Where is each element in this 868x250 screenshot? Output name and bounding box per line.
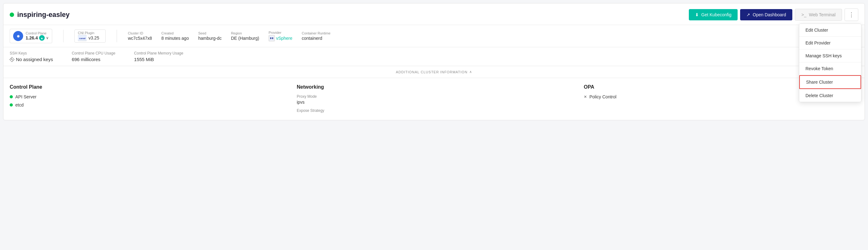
- open-dashboard-button[interactable]: ↗ Open Dashboard: [740, 9, 792, 20]
- container-runtime-label: Container Runtime: [302, 31, 331, 35]
- etcd-label: etcd: [15, 103, 24, 107]
- cluster-info-bar: ⎈ Control Plane 1.26.4 ▲ ∨ CNI Plugin ca…: [3, 25, 865, 47]
- cni-version: v3.25: [89, 35, 99, 40]
- provider-item: Provider vSphere: [269, 31, 292, 41]
- memory-usage-value: 1555 MiB: [134, 57, 183, 62]
- cluster-status-dot: [10, 12, 14, 17]
- region-item: Region DE (Hamburg): [231, 31, 259, 41]
- vsphere-link[interactable]: vSphere: [269, 35, 292, 41]
- get-kubeconfig-label: Get Kubeconfig: [701, 12, 732, 17]
- cpu-usage-value: 696 millicores: [72, 57, 115, 62]
- cluster-name: inspiring-easley: [17, 11, 70, 19]
- memory-usage-stat: Control Plane Memory Usage 1555 MiB: [134, 51, 183, 62]
- more-actions-button[interactable]: ⋮: [844, 8, 858, 21]
- dropdown-menu: Edit Cluster Edit Provider Manage SSH ke…: [799, 24, 862, 102]
- api-server-item: API Server: [10, 94, 284, 99]
- container-runtime-value: containerd: [302, 36, 331, 41]
- cp-label: Control Plane: [26, 31, 49, 35]
- api-server-status-dot: [10, 95, 13, 99]
- memory-usage-text: 1555 MiB: [134, 57, 154, 62]
- region-label: Region: [231, 31, 259, 35]
- cni-label: CNI Plugin: [78, 31, 102, 35]
- expose-strategy-label: Expose Strategy: [297, 108, 571, 113]
- cluster-stats-bar: SSH Keys ⚿ No assigned keys Control Plan…: [3, 47, 865, 66]
- open-dashboard-label: Open Dashboard: [753, 12, 786, 17]
- kubernetes-icon: ⎈: [13, 31, 23, 41]
- control-plane-block: ⎈ Control Plane 1.26.4 ▲ ∨: [10, 29, 52, 43]
- web-terminal-label: Web Terminal: [809, 12, 835, 17]
- etcd-item: etcd: [10, 103, 284, 107]
- policy-control-label: Policy Control: [589, 94, 616, 99]
- networking-section-title: Networking: [297, 84, 571, 90]
- revoke-token-menu-item[interactable]: Revoke Token: [799, 62, 861, 75]
- provider-label: Provider: [269, 31, 292, 34]
- ssh-keys-stat: SSH Keys ⚿ No assigned keys: [10, 51, 53, 62]
- additional-info-content: Control Plane API Server etcd Networking…: [3, 78, 865, 120]
- proxy-mode-label: Proxy Mode: [297, 94, 571, 99]
- upgrade-button[interactable]: ▲: [39, 35, 45, 41]
- svg-rect-2: [269, 36, 274, 41]
- x-mark-icon: ✕: [584, 94, 587, 99]
- get-kubeconfig-button[interactable]: ⬇ Get Kubeconfig: [689, 9, 738, 20]
- cluster-header: inspiring-easley ⬇ Get Kubeconfig ↗ Open…: [3, 3, 865, 25]
- ssh-keys-value: ⚿ No assigned keys: [10, 57, 53, 62]
- control-plane-section: Control Plane API Server etcd: [10, 84, 284, 114]
- cluster-card: inspiring-easley ⬇ Get Kubeconfig ↗ Open…: [3, 3, 865, 120]
- terminal-icon: >_: [801, 12, 806, 17]
- share-cluster-menu-item[interactable]: Share Cluster: [799, 75, 861, 89]
- web-terminal-button[interactable]: >_ Web Terminal: [795, 9, 842, 21]
- ssh-keys-text: No assigned keys: [16, 57, 53, 62]
- divider-2: [117, 30, 117, 42]
- key-icon: ⚿: [8, 56, 15, 63]
- cluster-title-section: inspiring-easley: [10, 11, 70, 19]
- cluster-id-value: wc7c5x47x8: [128, 36, 152, 41]
- chevron-up-icon: ∧: [469, 70, 472, 74]
- additional-info-header[interactable]: ADDITIONAL CLUSTER INFORMATION ∧: [3, 66, 865, 78]
- seed-label: Seed: [198, 31, 222, 35]
- divider-1: [63, 30, 63, 42]
- version-controls: 1.26.4 ▲ ∨: [26, 35, 49, 41]
- edit-provider-menu-item[interactable]: Edit Provider: [799, 37, 861, 49]
- container-runtime-item: Container Runtime containerd: [302, 31, 331, 41]
- region-value: DE (Hamburg): [231, 36, 259, 41]
- created-value: 8 minutes ago: [161, 36, 189, 41]
- networking-section: Networking Proxy Mode ipvs Expose Strate…: [297, 84, 571, 114]
- edit-cluster-menu-item[interactable]: Edit Cluster: [799, 24, 861, 36]
- seed-value: hamburg-dc: [198, 36, 222, 41]
- cpu-usage-text: 696 millicores: [72, 57, 100, 62]
- manage-ssh-menu-item[interactable]: Manage SSH keys: [799, 50, 861, 62]
- control-plane-section-title: Control Plane: [10, 84, 284, 90]
- proxy-mode-field: Proxy Mode ipvs: [297, 94, 571, 105]
- vsphere-icon: [269, 35, 275, 41]
- cni-plugin-block: CNI Plugin canal v3.25: [74, 29, 106, 43]
- header-actions: ⬇ Get Kubeconfig ↗ Open Dashboard >_ Web…: [689, 8, 858, 21]
- svg-rect-4: [272, 37, 273, 39]
- created-item: Created 8 minutes ago: [161, 31, 189, 41]
- more-dots-icon: ⋮: [848, 11, 854, 18]
- additional-info-label: ADDITIONAL CLUSTER INFORMATION: [396, 70, 467, 74]
- cni-logo: canal v3.25: [78, 35, 102, 41]
- cpu-usage-stat: Control Plane CPU Usage 696 millicores: [72, 51, 115, 62]
- proxy-mode-value: ipvs: [297, 100, 571, 105]
- download-icon: ⬇: [695, 12, 699, 17]
- ssh-keys-label: SSH Keys: [10, 51, 53, 55]
- delete-cluster-menu-item[interactable]: Delete Cluster: [799, 89, 861, 102]
- created-label: Created: [161, 31, 189, 35]
- api-server-label: API Server: [15, 94, 37, 99]
- memory-usage-label: Control Plane Memory Usage: [134, 51, 183, 55]
- svg-text:canal: canal: [79, 37, 85, 40]
- cp-version-info: Control Plane 1.26.4 ▲ ∨: [26, 31, 49, 41]
- seed-item: Seed hamburg-dc: [198, 31, 222, 41]
- expose-strategy-field: Expose Strategy: [297, 108, 571, 113]
- version-chevron-icon[interactable]: ∨: [46, 36, 49, 40]
- etcd-status-dot: [10, 103, 13, 107]
- cluster-id-item: Cluster ID wc7c5x47x8: [128, 31, 152, 41]
- cluster-id-label: Cluster ID: [128, 31, 152, 35]
- canal-icon: canal: [78, 35, 87, 41]
- svg-rect-3: [270, 37, 271, 39]
- external-link-icon: ↗: [746, 12, 750, 17]
- vsphere-value: vSphere: [276, 36, 292, 41]
- cpu-usage-label: Control Plane CPU Usage: [72, 51, 115, 55]
- cp-version: 1.26.4: [26, 35, 38, 40]
